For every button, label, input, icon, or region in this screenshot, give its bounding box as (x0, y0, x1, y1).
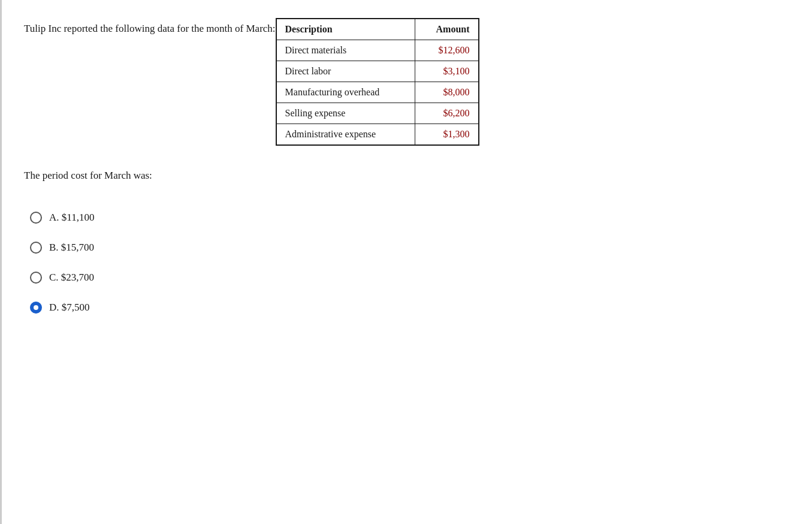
amount-cell: $8,000 (415, 82, 479, 103)
table-row: Direct materials$12,600 (276, 40, 479, 61)
data-table: Description Amount Direct materials$12,6… (276, 18, 479, 146)
option-label-c: C. $23,700 (49, 272, 94, 284)
amount-header: Amount (415, 19, 479, 40)
option-label-a: A. $11,100 (49, 212, 94, 224)
period-cost-question: The period cost for March was: (24, 170, 788, 182)
radio-d[interactable] (30, 302, 42, 314)
table-row: Manufacturing overhead$8,000 (276, 82, 479, 103)
description-cell: Administrative expense (276, 124, 415, 146)
description-cell: Direct materials (276, 40, 415, 61)
radio-c[interactable] (30, 272, 42, 284)
amount-cell: $12,600 (415, 40, 479, 61)
option-label-b: B. $15,700 (49, 242, 94, 254)
radio-a[interactable] (30, 212, 42, 224)
description-header: Description (276, 19, 415, 40)
table-row: Selling expense$6,200 (276, 103, 479, 124)
table-row: Administrative expense$1,300 (276, 124, 479, 146)
option-b[interactable]: B. $15,700 (30, 242, 788, 254)
question-area: Tulip Inc reported the following data fo… (24, 18, 788, 146)
description-cell: Manufacturing overhead (276, 82, 415, 103)
amount-cell: $6,200 (415, 103, 479, 124)
option-a[interactable]: A. $11,100 (30, 212, 788, 224)
option-label-d: D. $7,500 (49, 302, 90, 314)
page-container: Tulip Inc reported the following data fo… (0, 0, 812, 524)
radio-b[interactable] (30, 242, 42, 254)
amount-cell: $1,300 (415, 124, 479, 146)
description-cell: Direct labor (276, 61, 415, 82)
option-c[interactable]: C. $23,700 (30, 272, 788, 284)
left-border (0, 0, 2, 524)
table-row: Direct labor$3,100 (276, 61, 479, 82)
options-area: A. $11,100B. $15,700C. $23,700D. $7,500 (30, 212, 788, 314)
question-intro: Tulip Inc reported the following data fo… (24, 18, 276, 35)
option-d[interactable]: D. $7,500 (30, 302, 788, 314)
description-cell: Selling expense (276, 103, 415, 124)
amount-cell: $3,100 (415, 61, 479, 82)
